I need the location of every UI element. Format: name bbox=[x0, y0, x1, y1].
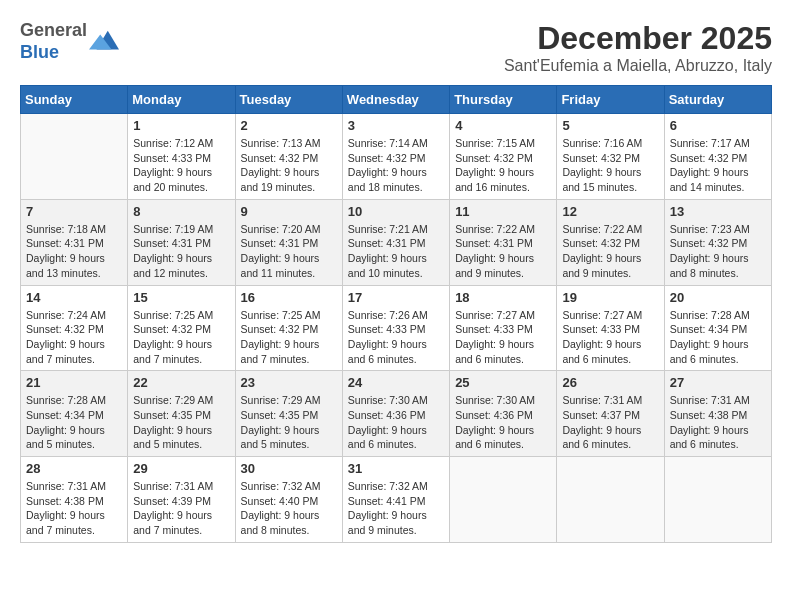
calendar-cell: 26Sunrise: 7:31 AMSunset: 4:37 PMDayligh… bbox=[557, 371, 664, 457]
calendar-cell: 23Sunrise: 7:29 AMSunset: 4:35 PMDayligh… bbox=[235, 371, 342, 457]
day-number: 30 bbox=[241, 461, 337, 476]
day-number: 12 bbox=[562, 204, 658, 219]
day-info: Sunrise: 7:18 AMSunset: 4:31 PMDaylight:… bbox=[26, 222, 122, 281]
logo-general-text: General bbox=[20, 20, 87, 40]
header-friday: Friday bbox=[557, 86, 664, 114]
header-wednesday: Wednesday bbox=[342, 86, 449, 114]
calendar-week-row: 14Sunrise: 7:24 AMSunset: 4:32 PMDayligh… bbox=[21, 285, 772, 371]
header-row: SundayMondayTuesdayWednesdayThursdayFrid… bbox=[21, 86, 772, 114]
calendar-cell: 12Sunrise: 7:22 AMSunset: 4:32 PMDayligh… bbox=[557, 199, 664, 285]
title-block: December 2025 Sant'Eufemia a Maiella, Ab… bbox=[504, 20, 772, 75]
day-info: Sunrise: 7:24 AMSunset: 4:32 PMDaylight:… bbox=[26, 308, 122, 367]
logo-blue-text: Blue bbox=[20, 42, 59, 62]
header-thursday: Thursday bbox=[450, 86, 557, 114]
day-number: 20 bbox=[670, 290, 766, 305]
calendar-cell: 17Sunrise: 7:26 AMSunset: 4:33 PMDayligh… bbox=[342, 285, 449, 371]
day-number: 24 bbox=[348, 375, 444, 390]
calendar-cell: 21Sunrise: 7:28 AMSunset: 4:34 PMDayligh… bbox=[21, 371, 128, 457]
calendar-cell: 11Sunrise: 7:22 AMSunset: 4:31 PMDayligh… bbox=[450, 199, 557, 285]
calendar-week-row: 7Sunrise: 7:18 AMSunset: 4:31 PMDaylight… bbox=[21, 199, 772, 285]
day-info: Sunrise: 7:31 AMSunset: 4:38 PMDaylight:… bbox=[26, 479, 122, 538]
day-info: Sunrise: 7:15 AMSunset: 4:32 PMDaylight:… bbox=[455, 136, 551, 195]
day-number: 13 bbox=[670, 204, 766, 219]
calendar-cell bbox=[450, 457, 557, 543]
location-subtitle: Sant'Eufemia a Maiella, Abruzzo, Italy bbox=[504, 57, 772, 75]
calendar-cell: 8Sunrise: 7:19 AMSunset: 4:31 PMDaylight… bbox=[128, 199, 235, 285]
month-title: December 2025 bbox=[504, 20, 772, 57]
calendar-cell bbox=[664, 457, 771, 543]
header-tuesday: Tuesday bbox=[235, 86, 342, 114]
day-number: 31 bbox=[348, 461, 444, 476]
header-monday: Monday bbox=[128, 86, 235, 114]
header-sunday: Sunday bbox=[21, 86, 128, 114]
calendar-week-row: 21Sunrise: 7:28 AMSunset: 4:34 PMDayligh… bbox=[21, 371, 772, 457]
calendar-week-row: 28Sunrise: 7:31 AMSunset: 4:38 PMDayligh… bbox=[21, 457, 772, 543]
calendar-cell: 2Sunrise: 7:13 AMSunset: 4:32 PMDaylight… bbox=[235, 114, 342, 200]
day-info: Sunrise: 7:22 AMSunset: 4:31 PMDaylight:… bbox=[455, 222, 551, 281]
day-number: 8 bbox=[133, 204, 229, 219]
day-info: Sunrise: 7:20 AMSunset: 4:31 PMDaylight:… bbox=[241, 222, 337, 281]
day-number: 19 bbox=[562, 290, 658, 305]
day-info: Sunrise: 7:13 AMSunset: 4:32 PMDaylight:… bbox=[241, 136, 337, 195]
day-number: 22 bbox=[133, 375, 229, 390]
day-info: Sunrise: 7:30 AMSunset: 4:36 PMDaylight:… bbox=[348, 393, 444, 452]
day-info: Sunrise: 7:32 AMSunset: 4:41 PMDaylight:… bbox=[348, 479, 444, 538]
calendar-cell: 9Sunrise: 7:20 AMSunset: 4:31 PMDaylight… bbox=[235, 199, 342, 285]
header-saturday: Saturday bbox=[664, 86, 771, 114]
day-number: 2 bbox=[241, 118, 337, 133]
day-info: Sunrise: 7:27 AMSunset: 4:33 PMDaylight:… bbox=[455, 308, 551, 367]
day-info: Sunrise: 7:27 AMSunset: 4:33 PMDaylight:… bbox=[562, 308, 658, 367]
day-info: Sunrise: 7:17 AMSunset: 4:32 PMDaylight:… bbox=[670, 136, 766, 195]
calendar-cell: 15Sunrise: 7:25 AMSunset: 4:32 PMDayligh… bbox=[128, 285, 235, 371]
day-info: Sunrise: 7:28 AMSunset: 4:34 PMDaylight:… bbox=[670, 308, 766, 367]
calendar-cell: 5Sunrise: 7:16 AMSunset: 4:32 PMDaylight… bbox=[557, 114, 664, 200]
day-info: Sunrise: 7:12 AMSunset: 4:33 PMDaylight:… bbox=[133, 136, 229, 195]
calendar-cell bbox=[557, 457, 664, 543]
page-header: General Blue December 2025 Sant'Eufemia … bbox=[20, 20, 772, 75]
day-number: 14 bbox=[26, 290, 122, 305]
calendar-cell: 3Sunrise: 7:14 AMSunset: 4:32 PMDaylight… bbox=[342, 114, 449, 200]
calendar-cell: 13Sunrise: 7:23 AMSunset: 4:32 PMDayligh… bbox=[664, 199, 771, 285]
day-number: 21 bbox=[26, 375, 122, 390]
calendar-week-row: 1Sunrise: 7:12 AMSunset: 4:33 PMDaylight… bbox=[21, 114, 772, 200]
day-info: Sunrise: 7:25 AMSunset: 4:32 PMDaylight:… bbox=[241, 308, 337, 367]
day-number: 7 bbox=[26, 204, 122, 219]
day-info: Sunrise: 7:21 AMSunset: 4:31 PMDaylight:… bbox=[348, 222, 444, 281]
day-number: 11 bbox=[455, 204, 551, 219]
day-number: 9 bbox=[241, 204, 337, 219]
day-number: 4 bbox=[455, 118, 551, 133]
day-number: 23 bbox=[241, 375, 337, 390]
day-number: 10 bbox=[348, 204, 444, 219]
day-number: 15 bbox=[133, 290, 229, 305]
calendar-cell: 10Sunrise: 7:21 AMSunset: 4:31 PMDayligh… bbox=[342, 199, 449, 285]
calendar-cell: 30Sunrise: 7:32 AMSunset: 4:40 PMDayligh… bbox=[235, 457, 342, 543]
logo-icon bbox=[89, 27, 119, 57]
calendar-cell: 7Sunrise: 7:18 AMSunset: 4:31 PMDaylight… bbox=[21, 199, 128, 285]
day-info: Sunrise: 7:19 AMSunset: 4:31 PMDaylight:… bbox=[133, 222, 229, 281]
day-info: Sunrise: 7:22 AMSunset: 4:32 PMDaylight:… bbox=[562, 222, 658, 281]
day-info: Sunrise: 7:29 AMSunset: 4:35 PMDaylight:… bbox=[133, 393, 229, 452]
calendar-cell: 14Sunrise: 7:24 AMSunset: 4:32 PMDayligh… bbox=[21, 285, 128, 371]
day-number: 25 bbox=[455, 375, 551, 390]
day-number: 3 bbox=[348, 118, 444, 133]
day-info: Sunrise: 7:14 AMSunset: 4:32 PMDaylight:… bbox=[348, 136, 444, 195]
calendar-cell: 18Sunrise: 7:27 AMSunset: 4:33 PMDayligh… bbox=[450, 285, 557, 371]
day-number: 18 bbox=[455, 290, 551, 305]
day-info: Sunrise: 7:32 AMSunset: 4:40 PMDaylight:… bbox=[241, 479, 337, 538]
calendar-cell: 27Sunrise: 7:31 AMSunset: 4:38 PMDayligh… bbox=[664, 371, 771, 457]
calendar-cell: 25Sunrise: 7:30 AMSunset: 4:36 PMDayligh… bbox=[450, 371, 557, 457]
day-number: 5 bbox=[562, 118, 658, 133]
day-info: Sunrise: 7:30 AMSunset: 4:36 PMDaylight:… bbox=[455, 393, 551, 452]
logo: General Blue bbox=[20, 20, 119, 63]
day-info: Sunrise: 7:16 AMSunset: 4:32 PMDaylight:… bbox=[562, 136, 658, 195]
calendar-table: SundayMondayTuesdayWednesdayThursdayFrid… bbox=[20, 85, 772, 543]
calendar-cell: 4Sunrise: 7:15 AMSunset: 4:32 PMDaylight… bbox=[450, 114, 557, 200]
calendar-cell: 1Sunrise: 7:12 AMSunset: 4:33 PMDaylight… bbox=[128, 114, 235, 200]
calendar-cell: 22Sunrise: 7:29 AMSunset: 4:35 PMDayligh… bbox=[128, 371, 235, 457]
day-number: 26 bbox=[562, 375, 658, 390]
day-info: Sunrise: 7:28 AMSunset: 4:34 PMDaylight:… bbox=[26, 393, 122, 452]
calendar-body: 1Sunrise: 7:12 AMSunset: 4:33 PMDaylight… bbox=[21, 114, 772, 543]
day-info: Sunrise: 7:31 AMSunset: 4:37 PMDaylight:… bbox=[562, 393, 658, 452]
day-number: 1 bbox=[133, 118, 229, 133]
day-info: Sunrise: 7:25 AMSunset: 4:32 PMDaylight:… bbox=[133, 308, 229, 367]
